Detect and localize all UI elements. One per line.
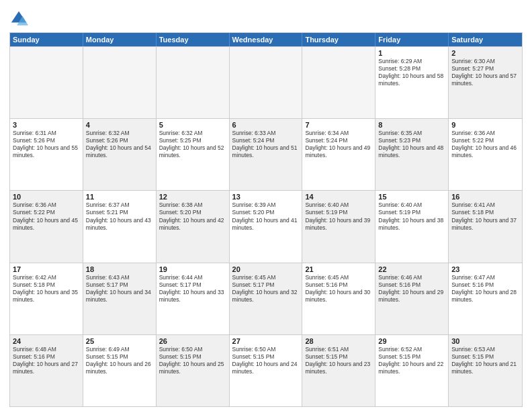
day-number: 10 bbox=[13, 193, 80, 201]
weekday-header-sunday: Sunday bbox=[10, 33, 83, 46]
day-number: 25 bbox=[86, 337, 153, 345]
day-cell-13: 13Sunrise: 6:39 AM Sunset: 5:20 PM Dayli… bbox=[230, 191, 303, 262]
day-info: Sunrise: 6:42 AM Sunset: 5:18 PM Dayligh… bbox=[13, 274, 80, 304]
day-number: 1 bbox=[378, 49, 445, 57]
day-info: Sunrise: 6:38 AM Sunset: 5:20 PM Dayligh… bbox=[159, 201, 226, 231]
calendar-row-0: 1Sunrise: 6:29 AM Sunset: 5:28 PM Daylig… bbox=[10, 46, 522, 118]
empty-cell-0-0 bbox=[10, 47, 83, 118]
day-cell-27: 27Sunrise: 6:50 AM Sunset: 5:15 PM Dayli… bbox=[230, 335, 303, 406]
day-cell-5: 5Sunrise: 6:32 AM Sunset: 5:25 PM Daylig… bbox=[157, 119, 230, 190]
day-number: 24 bbox=[13, 337, 80, 345]
day-number: 2 bbox=[451, 49, 519, 57]
day-number: 5 bbox=[159, 121, 226, 129]
day-cell-4: 4Sunrise: 6:32 AM Sunset: 5:26 PM Daylig… bbox=[83, 119, 157, 190]
calendar-row-4: 24Sunrise: 6:48 AM Sunset: 5:16 PM Dayli… bbox=[10, 334, 522, 406]
day-cell-25: 25Sunrise: 6:49 AM Sunset: 5:15 PM Dayli… bbox=[83, 335, 157, 406]
day-number: 12 bbox=[159, 193, 226, 201]
weekday-header-monday: Monday bbox=[83, 33, 157, 46]
day-info: Sunrise: 6:40 AM Sunset: 5:19 PM Dayligh… bbox=[305, 201, 372, 231]
calendar-row-3: 17Sunrise: 6:42 AM Sunset: 5:18 PM Dayli… bbox=[10, 263, 522, 334]
weekday-header-thursday: Thursday bbox=[302, 33, 375, 46]
calendar-row-1: 3Sunrise: 6:31 AM Sunset: 5:26 PM Daylig… bbox=[10, 118, 522, 190]
day-number: 23 bbox=[451, 265, 519, 273]
day-number: 15 bbox=[378, 193, 445, 201]
day-info: Sunrise: 6:47 AM Sunset: 5:16 PM Dayligh… bbox=[451, 274, 519, 304]
day-number: 30 bbox=[451, 337, 519, 345]
day-cell-26: 26Sunrise: 6:50 AM Sunset: 5:15 PM Dayli… bbox=[157, 335, 230, 406]
day-cell-29: 29Sunrise: 6:52 AM Sunset: 5:15 PM Dayli… bbox=[375, 335, 449, 406]
day-number: 8 bbox=[378, 121, 445, 129]
day-cell-3: 3Sunrise: 6:31 AM Sunset: 5:26 PM Daylig… bbox=[10, 119, 83, 190]
day-info: Sunrise: 6:49 AM Sunset: 5:15 PM Dayligh… bbox=[86, 346, 153, 375]
day-info: Sunrise: 6:45 AM Sunset: 5:17 PM Dayligh… bbox=[232, 274, 300, 304]
day-info: Sunrise: 6:32 AM Sunset: 5:25 PM Dayligh… bbox=[159, 130, 226, 159]
day-cell-10: 10Sunrise: 6:36 AM Sunset: 5:22 PM Dayli… bbox=[10, 191, 83, 262]
day-cell-7: 7Sunrise: 6:34 AM Sunset: 5:24 PM Daylig… bbox=[302, 119, 375, 190]
day-number: 13 bbox=[232, 193, 300, 201]
day-info: Sunrise: 6:45 AM Sunset: 5:16 PM Dayligh… bbox=[305, 274, 372, 304]
empty-cell-0-2 bbox=[157, 47, 230, 118]
day-number: 29 bbox=[378, 337, 445, 345]
day-number: 17 bbox=[13, 265, 80, 273]
weekday-header-saturday: Saturday bbox=[449, 33, 522, 46]
day-number: 4 bbox=[86, 121, 153, 129]
day-number: 18 bbox=[86, 265, 153, 273]
weekday-header-tuesday: Tuesday bbox=[157, 33, 230, 46]
logo bbox=[9, 9, 30, 28]
day-number: 3 bbox=[13, 121, 80, 129]
day-cell-21: 21Sunrise: 6:45 AM Sunset: 5:16 PM Dayli… bbox=[302, 263, 375, 334]
day-cell-14: 14Sunrise: 6:40 AM Sunset: 5:19 PM Dayli… bbox=[302, 191, 375, 262]
day-info: Sunrise: 6:48 AM Sunset: 5:16 PM Dayligh… bbox=[13, 346, 80, 375]
day-info: Sunrise: 6:30 AM Sunset: 5:27 PM Dayligh… bbox=[451, 58, 519, 87]
day-info: Sunrise: 6:43 AM Sunset: 5:17 PM Dayligh… bbox=[86, 274, 153, 304]
calendar-row-2: 10Sunrise: 6:36 AM Sunset: 5:22 PM Dayli… bbox=[10, 190, 522, 262]
day-info: Sunrise: 6:50 AM Sunset: 5:15 PM Dayligh… bbox=[159, 346, 226, 375]
day-cell-15: 15Sunrise: 6:40 AM Sunset: 5:19 PM Dayli… bbox=[375, 191, 449, 262]
day-number: 11 bbox=[86, 193, 153, 201]
day-info: Sunrise: 6:53 AM Sunset: 5:15 PM Dayligh… bbox=[451, 346, 519, 375]
day-info: Sunrise: 6:39 AM Sunset: 5:20 PM Dayligh… bbox=[232, 201, 300, 231]
day-cell-8: 8Sunrise: 6:35 AM Sunset: 5:23 PM Daylig… bbox=[375, 119, 449, 190]
day-cell-16: 16Sunrise: 6:41 AM Sunset: 5:18 PM Dayli… bbox=[449, 191, 522, 262]
day-info: Sunrise: 6:35 AM Sunset: 5:23 PM Dayligh… bbox=[378, 130, 445, 159]
header bbox=[9, 7, 523, 28]
day-info: Sunrise: 6:44 AM Sunset: 5:17 PM Dayligh… bbox=[159, 274, 226, 304]
day-cell-11: 11Sunrise: 6:37 AM Sunset: 5:21 PM Dayli… bbox=[83, 191, 157, 262]
logo-icon bbox=[9, 9, 28, 28]
day-cell-23: 23Sunrise: 6:47 AM Sunset: 5:16 PM Dayli… bbox=[449, 263, 522, 334]
day-info: Sunrise: 6:52 AM Sunset: 5:15 PM Dayligh… bbox=[378, 346, 445, 375]
day-cell-30: 30Sunrise: 6:53 AM Sunset: 5:15 PM Dayli… bbox=[449, 335, 522, 406]
day-cell-20: 20Sunrise: 6:45 AM Sunset: 5:17 PM Dayli… bbox=[230, 263, 303, 334]
day-info: Sunrise: 6:33 AM Sunset: 5:24 PM Dayligh… bbox=[232, 130, 300, 159]
calendar-header: SundayMondayTuesdayWednesdayThursdayFrid… bbox=[10, 33, 522, 46]
day-number: 9 bbox=[451, 121, 519, 129]
calendar-body: 1Sunrise: 6:29 AM Sunset: 5:28 PM Daylig… bbox=[10, 46, 522, 406]
day-number: 21 bbox=[305, 265, 372, 273]
day-info: Sunrise: 6:29 AM Sunset: 5:28 PM Dayligh… bbox=[378, 58, 445, 87]
day-info: Sunrise: 6:41 AM Sunset: 5:18 PM Dayligh… bbox=[451, 201, 519, 231]
day-info: Sunrise: 6:32 AM Sunset: 5:26 PM Dayligh… bbox=[86, 130, 153, 159]
day-number: 26 bbox=[159, 337, 226, 345]
day-info: Sunrise: 6:37 AM Sunset: 5:21 PM Dayligh… bbox=[86, 201, 153, 231]
day-cell-2: 2Sunrise: 6:30 AM Sunset: 5:27 PM Daylig… bbox=[449, 47, 522, 118]
day-cell-28: 28Sunrise: 6:51 AM Sunset: 5:15 PM Dayli… bbox=[302, 335, 375, 406]
day-info: Sunrise: 6:51 AM Sunset: 5:15 PM Dayligh… bbox=[305, 346, 372, 375]
day-info: Sunrise: 6:36 AM Sunset: 5:22 PM Dayligh… bbox=[451, 130, 519, 159]
day-info: Sunrise: 6:36 AM Sunset: 5:22 PM Dayligh… bbox=[13, 201, 80, 231]
day-cell-19: 19Sunrise: 6:44 AM Sunset: 5:17 PM Dayli… bbox=[157, 263, 230, 334]
empty-cell-0-4 bbox=[302, 47, 375, 118]
day-info: Sunrise: 6:46 AM Sunset: 5:16 PM Dayligh… bbox=[378, 274, 445, 304]
day-info: Sunrise: 6:40 AM Sunset: 5:19 PM Dayligh… bbox=[378, 201, 445, 231]
day-number: 27 bbox=[232, 337, 300, 345]
empty-cell-0-1 bbox=[83, 47, 157, 118]
day-number: 14 bbox=[305, 193, 372, 201]
day-cell-6: 6Sunrise: 6:33 AM Sunset: 5:24 PM Daylig… bbox=[230, 119, 303, 190]
day-number: 16 bbox=[451, 193, 519, 201]
day-number: 22 bbox=[378, 265, 445, 273]
day-cell-9: 9Sunrise: 6:36 AM Sunset: 5:22 PM Daylig… bbox=[449, 119, 522, 190]
day-cell-1: 1Sunrise: 6:29 AM Sunset: 5:28 PM Daylig… bbox=[375, 47, 449, 118]
day-number: 19 bbox=[159, 265, 226, 273]
day-info: Sunrise: 6:31 AM Sunset: 5:26 PM Dayligh… bbox=[13, 130, 80, 159]
day-number: 6 bbox=[232, 121, 300, 129]
day-number: 20 bbox=[232, 265, 300, 273]
